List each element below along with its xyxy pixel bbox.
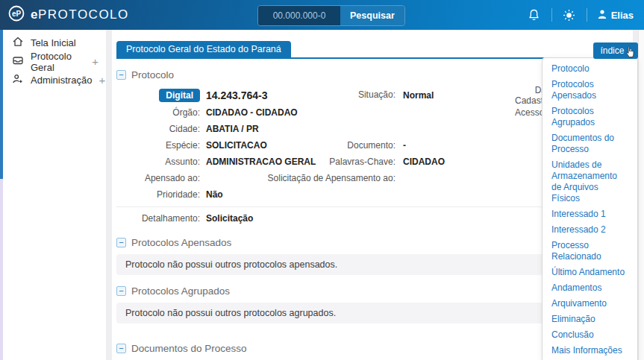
tab-bar: Protocolo Geral do Estado do Paraná — [116, 41, 628, 59]
page-scrollbar[interactable] — [638, 30, 644, 360]
field-value: - — [396, 140, 515, 151]
top-header: eP ePROTOCOLO Pesquisar — [0, 0, 644, 30]
field-label: Prioridade: — [116, 189, 200, 200]
sidebar-item-label: Protocolo Geral — [31, 51, 85, 73]
field-value: SOLICITACAO — [206, 140, 267, 151]
section-title: Documentos do Processo — [131, 343, 247, 354]
header-divider — [587, 8, 587, 22]
collapse-icon[interactable]: − — [116, 286, 126, 296]
section-title: Protocolo — [131, 69, 174, 80]
field-label: Documento: — [347, 140, 396, 151]
user-icon — [597, 9, 607, 22]
sidebar-scrollbar[interactable] — [0, 30, 3, 360]
sidebar-nav: Tela Inicial Protocolo Geral + Administr… — [3, 30, 106, 360]
sidebar-scrollbar-thumb[interactable] — [0, 30, 3, 179]
mouse-cursor-hand — [625, 46, 635, 61]
field-label: Palavras-Chave: — [329, 157, 396, 167]
menu-item-arquivamento[interactable]: Arquivamento — [543, 296, 637, 312]
sidebar-item-tela-inicial[interactable]: Tela Inicial — [3, 34, 106, 52]
menu-item-interessado-2[interactable]: Interessado 2 — [543, 222, 637, 238]
menu-item-conclusao[interactable]: Conclusão — [543, 327, 637, 343]
field-value: ADMINISTRACAO GERAL — [206, 157, 316, 167]
field-label: Cidade: — [116, 124, 200, 134]
field-value: CIDADAO — [396, 157, 515, 167]
sidebar-item-label: Tela Inicial — [31, 37, 76, 48]
menu-item-eliminacao[interactable]: Eliminação — [543, 312, 637, 327]
field-value: Não — [206, 189, 223, 200]
brightness-icon[interactable] — [562, 9, 577, 22]
field-label: Apensado ao: — [116, 173, 200, 183]
field-value: Solicitação — [206, 213, 253, 224]
menu-item-protocolo[interactable]: Protocolo — [543, 61, 637, 77]
sidebar-item-administracao[interactable]: Administração + — [3, 71, 106, 89]
search-button[interactable]: Pesquisar — [340, 6, 404, 25]
bell-icon[interactable] — [527, 8, 542, 22]
field-label: Situação: — [358, 89, 396, 101]
indice-button-label: índice — [600, 45, 624, 56]
field-label: Órgão: — [116, 107, 200, 118]
section-title: Protocolos Apensados — [131, 237, 231, 248]
field-label: Assunto: — [116, 157, 200, 167]
digital-badge: Digital — [159, 89, 200, 102]
sidebar-item-protocolo-geral[interactable]: Protocolo Geral + — [3, 52, 106, 71]
collapse-icon[interactable]: − — [116, 70, 126, 80]
menu-item-mais-informacoes[interactable]: Mais Informações — [543, 343, 637, 359]
menu-item-unidades-armazenamento[interactable]: Unidades de Armazenamento de Arquivos Fí… — [543, 157, 637, 206]
tab-protocolo-geral-parana[interactable]: Protocolo Geral do Estado do Paraná — [116, 41, 291, 58]
eprotocolo-logo-icon: eP — [7, 4, 25, 25]
field-value: ABATIA / PR — [206, 124, 259, 134]
collapse-icon[interactable]: − — [116, 344, 126, 353]
menu-item-andamentos[interactable]: Andamentos — [543, 280, 637, 296]
user-menu[interactable]: Elias — [597, 9, 634, 22]
field-label: Solicitação de Apensamento ao: — [268, 173, 396, 183]
user-gear-icon — [12, 73, 24, 87]
expand-plus-icon[interactable]: + — [92, 55, 99, 68]
field-label: Digital — [116, 89, 200, 102]
expand-plus-icon[interactable]: + — [99, 74, 105, 86]
menu-item-documentos-do-processo[interactable]: Documentos do Processo — [543, 130, 637, 157]
brand-text: ePROTOCOLO — [31, 7, 129, 22]
menu-item-interessado-1[interactable]: Interessado 1 — [543, 206, 637, 222]
field-value: Normal — [396, 90, 515, 101]
menu-item-protocolos-apensados[interactable]: Protocolos Apensados — [543, 77, 637, 104]
field-value: CIDADAO - CIDADAO — [206, 107, 298, 118]
menu-item-ultimo-andamento[interactable]: Último Andamento — [543, 265, 637, 280]
app-logo[interactable]: eP ePROTOCOLO — [0, 4, 129, 25]
field-label: Espécie: — [116, 140, 200, 151]
menu-item-protocolos-agrupados[interactable]: Protocolos Agrupados — [543, 104, 637, 130]
section-title: Protocolos Agrupados — [131, 285, 230, 297]
main-content-card: Protocolo Geral do Estado do Paraná índi… — [112, 30, 633, 360]
search-input[interactable] — [258, 6, 340, 25]
menu-item-processo-relacionado[interactable]: Processo Relacionado — [543, 238, 637, 265]
protocol-number: 14.243.764-3 — [206, 89, 268, 101]
collapse-icon[interactable]: − — [116, 238, 126, 247]
svg-text:eP: eP — [12, 10, 22, 18]
home-icon — [12, 36, 24, 50]
tray-icon — [12, 54, 24, 69]
field-label: Detalhamento: — [116, 213, 200, 224]
protocol-search-group: Pesquisar — [257, 5, 405, 26]
header-divider — [551, 8, 552, 22]
user-name: Elias — [611, 10, 634, 21]
indice-dropdown-menu: Protocolo Protocolos Apensados Protocolo… — [542, 57, 638, 360]
sidebar-item-label: Administração — [31, 75, 92, 86]
